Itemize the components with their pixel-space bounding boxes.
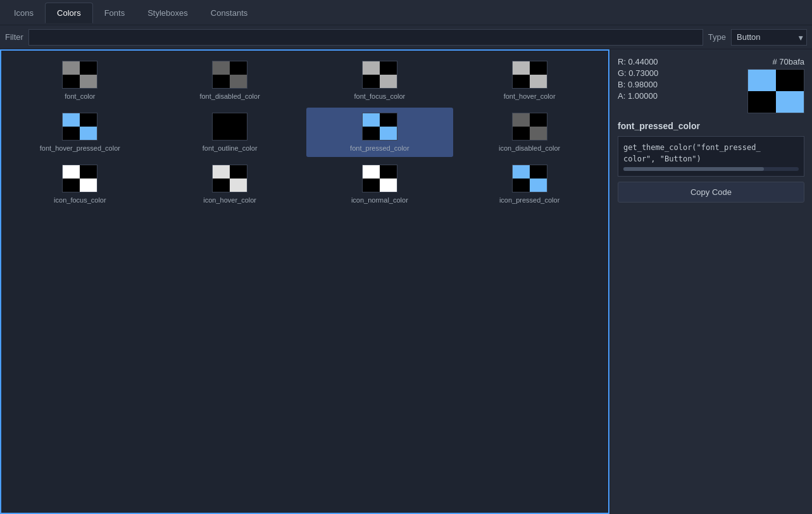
code-scrollbar[interactable] [623, 167, 799, 171]
swatch-cell-font_hover_pressed_color-tr [80, 113, 97, 127]
color-item-label-icon_pressed_color: icon_pressed_color [499, 196, 559, 204]
large-swatch [747, 69, 804, 113]
large-swatch-tl [748, 70, 776, 91]
color-item-icon_focus_color[interactable]: icon_focus_color [6, 160, 154, 209]
tab-styleboxes[interactable]: Styleboxes [136, 3, 199, 23]
swatch-cell-font_disabled_color-br [230, 75, 247, 88]
swatch-cell-icon_pressed_color-tl [513, 165, 530, 179]
swatch-icon_normal_color [362, 165, 397, 192]
swatch-cell-font_focus_color-tr [380, 61, 397, 75]
swatch-icon_focus_color [62, 165, 97, 192]
large-swatch-bl [748, 91, 776, 113]
swatch-font_color [62, 61, 97, 89]
swatch-cell-font_hover_color-bl [513, 75, 530, 88]
r-value: R: 0.44000 [618, 57, 658, 66]
swatch-cell-icon_focus_color-tl [63, 165, 80, 179]
large-swatch-br [776, 91, 804, 113]
color-item-icon_disabled_color[interactable]: icon_disabled_color [456, 108, 603, 157]
swatch-cell-font_color-tl [63, 61, 80, 75]
color-item-font_hover_color[interactable]: font_hover_color [456, 56, 603, 105]
color-item-font_disabled_color[interactable]: font_disabled_color [156, 56, 304, 105]
swatch-cell-font_disabled_color-tl [213, 61, 230, 75]
tab-fonts[interactable]: Fonts [93, 3, 137, 23]
swatch-icon_pressed_color [512, 165, 547, 192]
swatch-font_outline_color [212, 113, 247, 141]
swatch-cell-font_hover_color-br [530, 75, 547, 88]
color-info-row: R: 0.44000 G: 0.73000 B: 0.98000 A: 1.00… [618, 57, 804, 113]
swatch-cell-font_outline_color-br [230, 127, 247, 140]
copy-code-button[interactable]: Copy Code [618, 182, 804, 203]
swatch-cell-font_outline_color-tl [213, 113, 230, 127]
swatch-cell-font_outline_color-bl [213, 127, 230, 140]
color-item-font_color[interactable]: font_color [6, 56, 154, 105]
swatch-cell-font_hover_color-tr [530, 61, 547, 75]
color-item-label-font_hover_color: font_hover_color [504, 92, 556, 100]
color-grid: font_colorfont_disabled_colorfont_focus_… [6, 56, 603, 209]
color-item-font_hover_pressed_color[interactable]: font_hover_pressed_color [6, 108, 154, 157]
color-item-icon_hover_color[interactable]: icon_hover_color [156, 160, 304, 209]
code-text: get_theme_color("font_pressed_color", "B… [623, 143, 761, 163]
color-item-label-icon_focus_color: icon_focus_color [54, 196, 106, 204]
swatch-cell-icon_pressed_color-tr [530, 165, 547, 179]
code-scrollbar-thumb [623, 167, 764, 171]
swatch-cell-icon_normal_color-br [380, 179, 397, 192]
color-item-label-icon_hover_color: icon_hover_color [203, 196, 256, 204]
swatch-cell-icon_disabled_color-tl [513, 113, 530, 127]
color-item-label-icon_normal_color: icon_normal_color [351, 196, 408, 204]
type-label: Type [708, 32, 726, 42]
swatch-cell-font_disabled_color-bl [213, 75, 230, 88]
swatch-cell-font_pressed_color-tl [363, 113, 380, 127]
swatch-cell-icon_normal_color-tr [380, 165, 397, 179]
swatch-cell-font_color-br [80, 75, 97, 88]
swatch-cell-icon_focus_color-tr [80, 165, 97, 179]
swatch-cell-font_disabled_color-tr [230, 61, 247, 75]
color-item-label-font_hover_pressed_color: font_hover_pressed_color [40, 144, 120, 152]
tab-bar: Icons Colors Fonts Styleboxes Constants [0, 0, 812, 25]
rgba-values: R: 0.44000 G: 0.73000 B: 0.98000 A: 1.00… [618, 57, 658, 101]
tab-icons[interactable]: Icons [3, 3, 45, 23]
color-item-font_focus_color[interactable]: font_focus_color [306, 56, 454, 105]
swatch-cell-icon_pressed_color-br [530, 179, 547, 192]
swatch-cell-font_focus_color-br [380, 75, 397, 88]
swatch-cell-icon_hover_color-bl [213, 179, 230, 192]
b-value: B: 0.98000 [618, 80, 658, 89]
type-select[interactable]: Button Label LineEdit Panel CheckBox Opt… [731, 29, 807, 46]
a-value: A: 1.00000 [618, 91, 658, 101]
swatch-cell-icon_disabled_color-bl [513, 127, 530, 140]
swatch-cell-font_pressed_color-tr [380, 113, 397, 127]
swatch-cell-icon_disabled_color-tr [530, 113, 547, 127]
tab-constants[interactable]: Constants [199, 3, 259, 23]
swatch-icon_disabled_color [512, 113, 547, 141]
swatch-cell-icon_normal_color-bl [363, 179, 380, 192]
swatch-cell-icon_normal_color-tl [363, 165, 380, 179]
swatch-cell-font_focus_color-tl [363, 61, 380, 75]
right-panel: R: 0.44000 G: 0.73000 B: 0.98000 A: 1.00… [609, 49, 812, 514]
swatch-font_hover_pressed_color [62, 113, 97, 141]
color-item-label-font_color: font_color [65, 92, 95, 100]
swatch-cell-font_color-tr [80, 61, 97, 75]
color-item-label-icon_disabled_color: icon_disabled_color [499, 144, 560, 152]
swatch-cell-font_hover_pressed_color-tl [63, 113, 80, 127]
color-item-label-font_outline_color: font_outline_color [203, 144, 258, 152]
main-layout: font_colorfont_disabled_colorfont_focus_… [0, 49, 812, 514]
swatch-cell-font_hover_pressed_color-br [80, 127, 97, 140]
color-item-font_pressed_color[interactable]: font_pressed_color [306, 108, 454, 157]
swatch-cell-icon_hover_color-tr [230, 165, 247, 179]
color-item-icon_pressed_color[interactable]: icon_pressed_color [456, 160, 603, 209]
filter-input[interactable] [28, 29, 703, 46]
tab-colors[interactable]: Colors [45, 3, 93, 23]
filter-label: Filter [5, 32, 23, 42]
swatch-font_disabled_color [212, 61, 247, 89]
swatch-cell-icon_hover_color-br [230, 179, 247, 192]
swatch-cell-icon_pressed_color-bl [513, 179, 530, 192]
filter-bar: Filter Type Button Label LineEdit Panel … [0, 25, 812, 49]
swatch-cell-icon_focus_color-bl [63, 179, 80, 192]
swatch-cell-font_focus_color-bl [363, 75, 380, 88]
color-item-font_outline_color[interactable]: font_outline_color [156, 108, 304, 157]
large-swatch-tr [776, 70, 804, 91]
color-grid-panel[interactable]: font_colorfont_disabled_colorfont_focus_… [0, 49, 609, 514]
g-value: G: 0.73000 [618, 68, 658, 78]
swatch-hex-group: # 70bafa [747, 57, 804, 113]
swatch-font_focus_color [362, 61, 397, 89]
color-item-icon_normal_color[interactable]: icon_normal_color [306, 160, 454, 209]
